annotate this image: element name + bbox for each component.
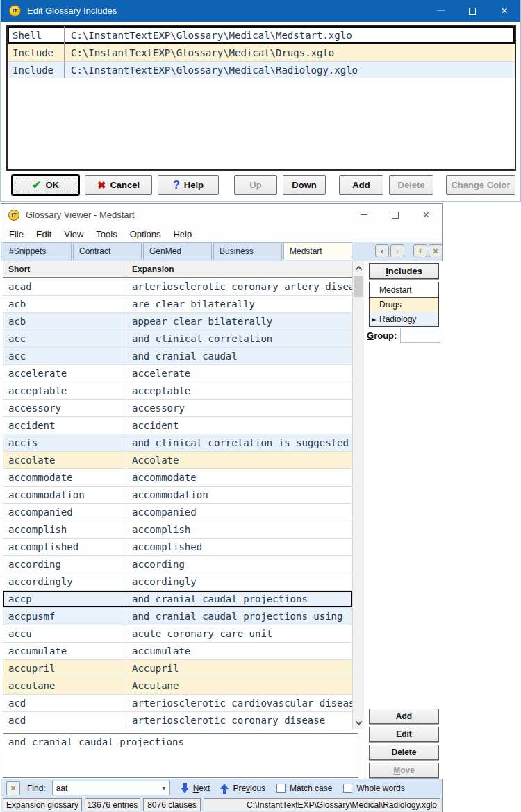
includes-item-radiology[interactable]: ▶ Radiology — [370, 312, 438, 326]
dialog-include-row[interactable]: Include C:\InstantTextEXP\Glossary\Medic… — [8, 61, 515, 78]
tab-snippets[interactable]: #Snippets — [3, 242, 72, 260]
tab-close-button[interactable]: × — [429, 244, 443, 257]
up-button[interactable]: Up — [234, 175, 277, 195]
cancel-button[interactable]: ✖Cancel — [85, 175, 152, 195]
table-row[interactable]: accutane Accutane — [3, 677, 352, 695]
close-button[interactable]: × — [488, 0, 520, 22]
table-row[interactable]: accp and cranial caudal projections — [3, 591, 352, 608]
table-row[interactable]: acc and clinical correlation — [3, 330, 352, 348]
table-header: Short Expansion — [3, 261, 352, 278]
scroll-thumb[interactable] — [354, 276, 363, 297]
menu-item-edit[interactable]: Edit — [30, 229, 58, 239]
status-clauses-count: 8076 clauses — [143, 798, 201, 811]
match-case-checkbox[interactable] — [276, 784, 286, 793]
down-button[interactable]: Down — [283, 175, 326, 195]
expansion-cell: Accolate — [126, 452, 352, 468]
tab-medstart[interactable]: Medstart — [283, 242, 352, 260]
move-entry-button[interactable]: Move — [369, 763, 439, 778]
table-row[interactable]: according according — [3, 556, 352, 573]
tab-scroll-left-button[interactable]: ‹ — [375, 244, 389, 257]
maximize-button[interactable] — [456, 0, 488, 22]
check-icon: ✔ — [32, 178, 41, 192]
table-row[interactable]: acb appear clear bilaterally — [3, 313, 352, 330]
table-row[interactable]: accumulate accumulate — [3, 643, 352, 660]
find-combobox[interactable]: ▾ — [52, 781, 170, 795]
tab-genmed[interactable]: GenMed — [143, 242, 212, 260]
expansion-cell: according — [126, 556, 352, 573]
minimize-button[interactable] — [424, 0, 456, 22]
table-row[interactable]: acd arteriosclerotic cardiovascular dise… — [3, 695, 352, 712]
add-entry-button[interactable]: Add — [369, 709, 439, 724]
dialog-includes-list[interactable]: Shell C:\InstantTextEXP\Glossary\Medical… — [6, 25, 516, 171]
include-type-cell: Shell — [8, 26, 65, 44]
ok-button[interactable]: ✔OK — [12, 175, 79, 195]
table-row[interactable]: acceptable acceptable — [3, 382, 352, 400]
tab-scroll-right-button[interactable]: › — [390, 244, 404, 257]
expansion-cell: accident — [126, 417, 352, 434]
dialog-include-row[interactable]: Include C:\InstantTextEXP\Glossary\Medic… — [8, 44, 515, 61]
table-row[interactable]: accis and clinical correlation is sugges… — [3, 434, 352, 452]
table-row[interactable]: accessory accessory — [3, 400, 352, 417]
minimize-button[interactable] — [348, 204, 379, 226]
include-path-cell: C:\InstantTextEXP\Glossary\Medical\Drugs… — [65, 47, 515, 58]
down-arrow-icon — [181, 783, 190, 794]
find-next-button[interactable]: Next — [181, 783, 210, 794]
menu-item-options[interactable]: Options — [124, 229, 167, 239]
expansion-cell: accordingly — [126, 573, 352, 590]
dialog-include-row[interactable]: Shell C:\InstantTextEXP\Glossary\Medical… — [8, 26, 515, 44]
tab-contract[interactable]: Contract — [73, 242, 142, 260]
help-button[interactable]: ?Help — [158, 175, 219, 195]
expansion-cell: and clinical correlation — [126, 330, 352, 347]
change-color-button[interactable]: Change Color — [446, 175, 515, 195]
vertical-scrollbar[interactable] — [352, 261, 364, 729]
tab-business[interactable]: Business — [213, 242, 282, 260]
expansion-cell: arteriosclerotic coronary disease — [126, 712, 352, 729]
table-row[interactable]: accommodation accommodation — [3, 487, 352, 504]
menu-item-view[interactable]: View — [58, 229, 90, 239]
table-row[interactable]: accommodate accommodate — [3, 469, 352, 487]
expansion-cell: accommodation — [126, 487, 352, 503]
table-row[interactable]: accident accident — [3, 417, 352, 434]
menu-item-tools[interactable]: Tools — [90, 229, 123, 239]
table-row[interactable]: accupril Accupril — [3, 660, 352, 677]
table-row[interactable]: accompanied accompanied — [3, 504, 352, 521]
group-input[interactable] — [400, 328, 440, 343]
delete-entry-button[interactable]: Delete — [369, 745, 439, 760]
table-row[interactable]: accordingly accordingly — [3, 573, 352, 591]
table-row[interactable]: accpusmf and cranial caudal projections … — [3, 608, 352, 625]
table-row[interactable]: acc and cranial caudal — [3, 348, 352, 365]
column-header-expansion[interactable]: Expansion — [126, 264, 174, 274]
table-row[interactable]: accolate Accolate — [3, 452, 352, 469]
table-row[interactable]: accu acute coronary care unit — [3, 625, 352, 643]
match-case-label: Match case — [290, 784, 332, 793]
find-close-button[interactable]: × — [6, 781, 20, 795]
scroll-up-button[interactable] — [353, 261, 364, 275]
dropdown-arrow-icon[interactable]: ▾ — [158, 784, 169, 792]
find-input[interactable] — [53, 784, 158, 793]
table-row[interactable]: acad arteriosclerotic coronary artery di… — [3, 278, 352, 296]
includes-item-label: Medstart — [379, 285, 412, 295]
table-row[interactable]: accomplished accomplished — [3, 539, 352, 556]
find-previous-button[interactable]: Previous — [220, 783, 265, 794]
edit-entry-button[interactable]: Edit — [369, 727, 439, 742]
includes-button[interactable]: Includes — [369, 263, 439, 279]
table-row[interactable]: acd arteriosclerotic coronary disease — [3, 712, 352, 729]
whole-words-checkbox[interactable] — [343, 784, 352, 793]
delete-button[interactable]: Delete — [389, 175, 433, 195]
includes-item-medstart[interactable]: Medstart — [370, 282, 438, 297]
table-row[interactable]: accomplish accomplish — [3, 521, 352, 539]
maximize-button[interactable] — [379, 204, 411, 226]
button-label: Add — [352, 180, 370, 190]
scroll-down-button[interactable] — [353, 716, 364, 729]
table-row[interactable]: accelerate accelerate — [3, 365, 352, 382]
tab-add-button[interactable]: + — [413, 244, 427, 257]
menu-item-help[interactable]: Help — [167, 229, 198, 239]
find-next-label: Next — [193, 784, 210, 793]
add-button[interactable]: Add — [339, 175, 383, 195]
includes-item-drugs[interactable]: Drugs — [370, 297, 438, 312]
table-row[interactable]: acb are clear bilaterally — [3, 296, 352, 313]
column-header-short[interactable]: Short — [3, 261, 126, 277]
close-button[interactable]: × — [411, 204, 442, 226]
tab-bar: ‹ › + × #SnippetsContractGenMedBusinessM… — [1, 242, 442, 261]
menu-item-file[interactable]: File — [3, 229, 30, 239]
